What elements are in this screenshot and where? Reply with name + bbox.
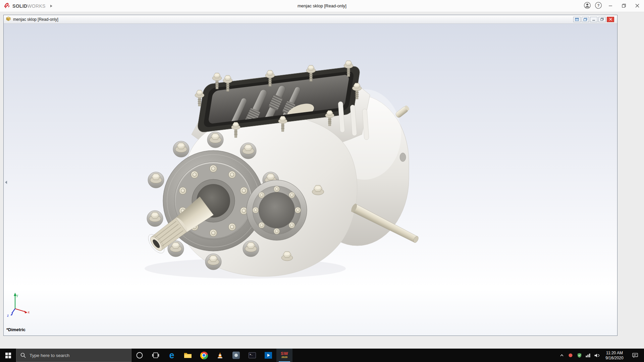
network-icon [585,353,591,358]
volume-tray-button[interactable] [592,349,601,362]
task-view-icon [152,352,159,359]
taskbar: e >_ SW 2020 [0,349,644,362]
cascade-window-icon [583,18,587,21]
start-button[interactable] [0,349,16,362]
tray-app-button[interactable] [566,349,575,362]
terminal-button[interactable]: >_ [244,349,260,362]
volume-icon [594,353,599,358]
orientation-triad[interactable]: y x z [7,293,30,317]
search-input[interactable] [29,353,127,358]
restore-button[interactable] [617,0,631,12]
svg-text:?: ? [597,3,599,7]
taskbar-clock[interactable]: 11:20 AM 9/16/2020 [601,350,628,361]
edge-button[interactable]: e [164,349,180,362]
gray-app-icon [232,352,240,359]
chrome-button[interactable] [196,349,212,362]
search-icon [20,353,26,358]
hidden-icons-button[interactable] [557,349,566,362]
close-icon [609,18,612,21]
document-close-button[interactable] [607,17,614,22]
3d-model-canvas[interactable]: y x z [4,24,617,336]
solidworks-app-button[interactable]: SW 2020 [276,349,292,362]
action-center-icon [632,352,638,358]
bearing-cover[interactable] [247,180,307,240]
minimize-icon [592,18,595,21]
cortana-icon [136,352,143,359]
restore-icon [622,3,626,9]
chevron-left-icon [5,180,7,184]
system-tray: 11:20 AM 9/16/2020 [557,349,644,362]
help-icon: ? [595,2,602,10]
account-button[interactable] [582,0,593,12]
task-view-button[interactable] [148,349,164,362]
window-layout-button-1[interactable] [573,17,581,22]
document-window: menjac sklop [Read-only] [3,15,618,336]
window-layout-button-2[interactable] [582,17,589,22]
document-title: menjac sklop [Read-only] [13,17,58,22]
brand-text: SOLIDWORKS [12,3,46,9]
movies-app-button[interactable] [260,349,276,362]
vlc-icon [216,352,224,359]
close-button[interactable] [631,0,644,12]
side-boss [400,153,406,162]
solidworks-brand: SOLIDWORKS [0,2,56,10]
tile-window-icon [575,18,579,21]
chevron-up-icon [559,353,564,357]
clock-date: 9/16/2020 [601,356,628,361]
file-explorer-button[interactable] [180,349,196,362]
minimize-button[interactable] [604,0,617,12]
restore-icon [600,18,604,21]
help-button[interactable]: ? [593,0,604,12]
cortana-button[interactable] [131,349,148,362]
close-icon [635,3,639,9]
menu-expand-arrow-icon[interactable] [50,4,53,8]
document-minimize-button[interactable] [590,17,597,22]
movies-tv-icon [265,352,272,359]
featuremanager-collapse-arrow[interactable] [4,177,8,188]
solidworks-logo-icon [3,2,11,10]
gray-app-button[interactable] [228,349,244,362]
media-player-button[interactable] [212,349,228,362]
file-explorer-icon [184,352,192,359]
windows-start-icon [5,353,11,358]
security-tray-button[interactable] [575,349,584,362]
main-titlebar[interactable]: SOLIDWORKS menjac sklop [Read-only] ? [0,0,644,12]
view-orientation-label: *Dimetric [6,327,25,332]
chrome-icon [200,352,208,359]
document-titlebar[interactable]: menjac sklop [Read-only] [4,15,617,24]
solidworks-icon: SW 2020 [281,352,288,359]
svg-text:x: x [28,310,30,314]
terminal-icon: >_ [249,352,256,358]
document-restore-button[interactable] [598,17,606,22]
svg-text:y: y [16,294,18,297]
vent-fitting[interactable] [395,105,410,119]
svg-text:z: z [7,314,9,317]
minimize-icon [608,3,612,9]
defender-shield-icon [577,353,582,358]
app-client-area: menjac sklop [Read-only] [0,12,644,349]
network-tray-button[interactable] [584,349,592,362]
window-title: menjac sklop [Read-only] [0,3,644,8]
account-icon [584,2,591,10]
clock-time: 11:20 AM [601,351,628,356]
tray-app-icon [568,353,573,358]
graphics-area[interactable]: y x z *Dimetric [4,24,617,336]
edge-icon: e [169,351,174,359]
taskbar-search[interactable] [16,349,131,362]
action-center-button[interactable] [628,349,642,362]
assembly-document-icon [6,16,11,23]
